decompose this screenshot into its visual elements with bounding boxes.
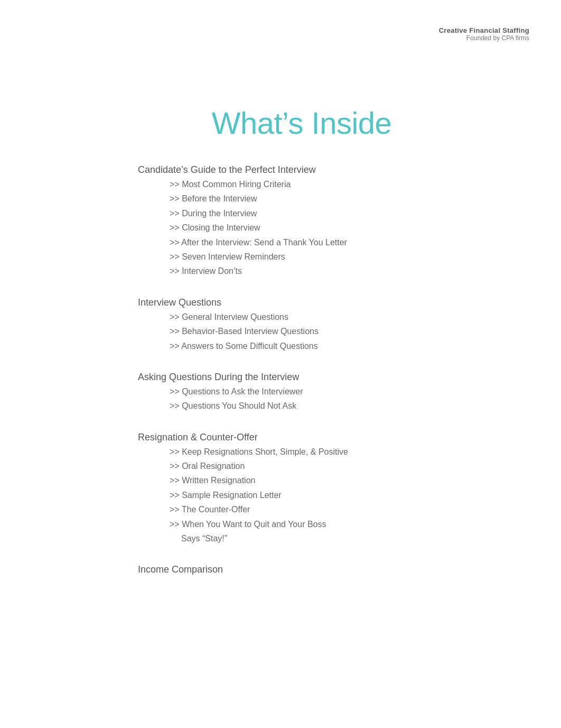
- page-title: What’s Inside: [212, 105, 392, 141]
- company-info: Creative Financial Staffing Founded by C…: [439, 26, 529, 42]
- list-item: Says “Stay!”: [170, 532, 465, 546]
- list-item: >> The Counter-Offer: [170, 503, 465, 517]
- list-item: >> Most Common Hiring Criteria: [170, 178, 465, 191]
- section-title: Asking Questions During the Interview: [138, 372, 465, 383]
- list-item: >> After the Interview: Send a Thank You…: [170, 236, 465, 250]
- list-item: >> Before the Interview: [170, 192, 465, 206]
- sub-items: >> General Interview Questions >> Behavi…: [138, 310, 465, 353]
- section-income-comparison: Income Comparison: [138, 564, 465, 577]
- list-item: >> Closing the Interview: [170, 221, 465, 235]
- sub-items: >> Most Common Hiring Criteria >> Before…: [138, 178, 465, 279]
- company-name: Creative Financial Staffing: [439, 26, 529, 34]
- section-title: Interview Questions: [138, 297, 465, 308]
- sub-items: >> Questions to Ask the Interviewer >> Q…: [138, 385, 465, 413]
- list-item: >> Keep Resignations Short, Simple, & Po…: [170, 445, 465, 459]
- list-item: >> Questions to Ask the Interviewer: [170, 385, 465, 399]
- section-resignation: Resignation & Counter-Offer >> Keep Resi…: [138, 432, 465, 546]
- header: Creative Financial Staffing Founded by C…: [32, 26, 529, 42]
- sub-items: >> Keep Resignations Short, Simple, & Po…: [138, 445, 465, 546]
- list-item: >> When You Want to Quit and Your Boss: [170, 518, 465, 531]
- section-interview-questions: Interview Questions >> General Interview…: [138, 297, 465, 353]
- table-of-contents: Candidate’s Guide to the Perfect Intervi…: [138, 164, 465, 577]
- main-content: What’s Inside Candidate’s Guide to the P…: [32, 105, 529, 577]
- list-item: >> Oral Resignation: [170, 459, 465, 473]
- list-item: >> Interview Don’ts: [170, 264, 465, 278]
- list-item: >> Written Resignation: [170, 474, 465, 487]
- section-title: Candidate’s Guide to the Perfect Intervi…: [138, 164, 465, 176]
- section-title: Resignation & Counter-Offer: [138, 432, 465, 443]
- page: Creative Financial Staffing Founded by C…: [0, 0, 561, 728]
- section-candidates-guide: Candidate’s Guide to the Perfect Intervi…: [138, 164, 465, 279]
- list-item: >> During the Interview: [170, 207, 465, 220]
- list-item: >> Answers to Some Difficult Questions: [170, 339, 465, 353]
- list-item: >> Seven Interview Reminders: [170, 250, 465, 264]
- list-item: >> General Interview Questions: [170, 310, 465, 324]
- list-item: >> Questions You Should Not Ask: [170, 399, 465, 413]
- list-item: >> Behavior-Based Interview Questions: [170, 325, 465, 338]
- company-tagline: Founded by CPA firms: [439, 34, 529, 42]
- section-title: Income Comparison: [138, 564, 465, 575]
- list-item: >> Sample Resignation Letter: [170, 489, 465, 502]
- section-asking-questions: Asking Questions During the Interview >>…: [138, 372, 465, 413]
